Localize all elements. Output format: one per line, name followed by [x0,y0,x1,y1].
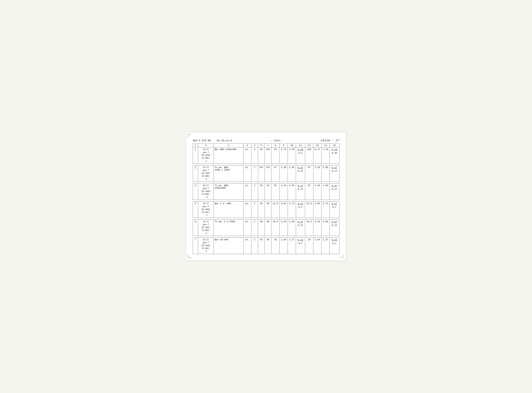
th-11: 11 [296,144,305,147]
row-reference: I5-I7доп.70I-I027II-69I--2 [198,219,214,236]
row-col9: 3,05 [279,201,288,218]
corner-mark-br [340,255,343,258]
row-col5: I [251,165,258,182]
th-5: 5 [251,144,258,147]
doc-code-left: 903-I-278.90. Ал.I8,кн.6 [193,139,232,142]
th-12: 12 [305,144,313,147]
th-14: 14 [321,144,330,147]
th-6: 6 [258,144,265,147]
row-col15: 0,270,II [330,165,339,182]
row-col14: I,37 [321,237,330,254]
doc-main-code: 903-I-278.90. [193,139,212,142]
doc-subtitle: Ал.I8,кн.6 [217,139,232,142]
row-description: То же, С-I-I000 [214,219,244,236]
spacer-row [193,236,339,237]
main-table: 1 2 3 4 5 6 7 8 9 10 11 12 13 14 15 II5-… [193,143,339,254]
row-number: 7 [193,237,198,254]
row-col13: 3,28 [313,183,321,200]
row-col8: I8 [271,237,279,254]
spacer-row [193,218,339,219]
row-number: 6 [193,219,198,236]
row-reference: I5-I7доп.70I-I025II-69I--5 [198,237,214,254]
row-col9: 2,79 [279,147,288,164]
row-col5: I [251,201,258,218]
row-col12: 24,5 [305,219,313,236]
table-header-row: 1 2 3 4 5 6 7 8 9 10 11 12 13 14 15 [193,144,339,147]
row-col13: 3,28 [313,219,321,236]
row-col12: 6I [305,183,313,200]
row-col14: 2,95 [321,183,330,200]
spacer-row [193,164,339,165]
row-col14: 7,44 [321,147,330,164]
row-col13: 3,28 [313,165,321,182]
row-description: Щит ЩПК-2200x600 [214,147,244,164]
row-col5: I [251,183,258,200]
row-col9: 3,28 [279,165,288,182]
row-number: 2 [193,165,198,182]
row-unit: шт. [244,147,251,164]
row-col11: 0,270,II [296,219,305,236]
corner-mark-tl [188,134,191,137]
th-4: 4 [244,144,251,147]
row-col6: 93 [258,183,265,200]
row-col13: 8,37 [313,147,321,164]
row-unit: шт. [244,183,251,200]
row-col5: I [251,237,258,254]
row-col7: 60 [265,219,271,236]
row-number: I [193,147,198,164]
row-col7: 55 [265,201,271,218]
row-col7: 93 [265,183,271,200]
row-unit: шт. [244,201,251,218]
row-col10: 2,95 [288,165,296,182]
row-unit: шт. [244,219,251,236]
table-row: 5I5-I7доп.70I-I026II-69I-- IЩит С-I--800… [193,201,339,218]
row-col8: 6I [271,183,279,200]
row-col10: 2,95 [288,219,296,236]
row-description: То же, ЩПК2200 x I000 [214,165,244,182]
table-row: 2I5-I7доп.70I-I02III-685--2То же, ЩПК220… [193,165,339,182]
spacer-row [193,182,339,183]
row-col11: 0,260,I [296,147,305,164]
row-col8: 55 [271,147,279,164]
row-col9: 3,28 [279,183,288,200]
row-col11: 0,270,II [296,183,305,200]
row-col15: 0,240,I [330,237,339,254]
document-page: 903-I-278.90. Ал.I8,кн.6 — 634— 24218 - … [186,132,346,261]
row-col7: I07 [265,165,271,182]
row-col12: 2I,5 [305,201,313,218]
th-9: 9 [279,144,288,147]
th-7: 7 [265,144,271,147]
row-col12: I65 [305,147,313,164]
th-2: 2 [198,144,214,147]
row-col9: 3,28 [279,219,288,236]
row-col6: I07 [258,165,265,182]
table-row: 3I5-I7доп.70I-I020II-685-- 2То же, ЩПК22… [193,183,339,200]
row-col14: 2,95 [321,165,330,182]
row-col6: 55 [258,201,265,218]
row-col12: I8 [305,237,313,254]
table-row: II5-I7доп.70I-I0I9II-685--IЩит ЩПК-2200x… [193,147,339,164]
th-1: 1 [193,144,198,147]
th-10: 10 [288,144,296,147]
row-col5: 3 [251,147,258,164]
row-col15: 0,270,II [330,219,339,236]
row-reference: I5-I7доп.70I-I026II-69I-- I [198,201,214,218]
row-col6: 45 [258,237,265,254]
row-description: То же, ЩПК2200x800 [214,183,244,200]
spacer-row [193,200,339,201]
row-col13: 3,05 [313,201,321,218]
row-col10: I,37 [288,237,296,254]
row-col6: 60 [258,219,265,236]
row-col11: 0,270,I [296,201,305,218]
table-row: 7I5-I7доп.70I-I025II-69I--5Щит СП-600шт.… [193,237,339,254]
row-col14: 2,95 [321,219,330,236]
row-description: Щит С-I--800 [214,201,244,218]
row-col15: 0,270,I [330,201,339,218]
row-reference: I5-I7доп.70I-I02III-685--2 [198,165,214,182]
row-col5: I [251,219,258,236]
row-col10: 2,48 [288,147,296,164]
row-unit: шт. [244,165,251,182]
th-15: 15 [330,144,339,147]
row-unit: шт. [244,237,251,254]
row-col6: 82 [258,147,265,164]
